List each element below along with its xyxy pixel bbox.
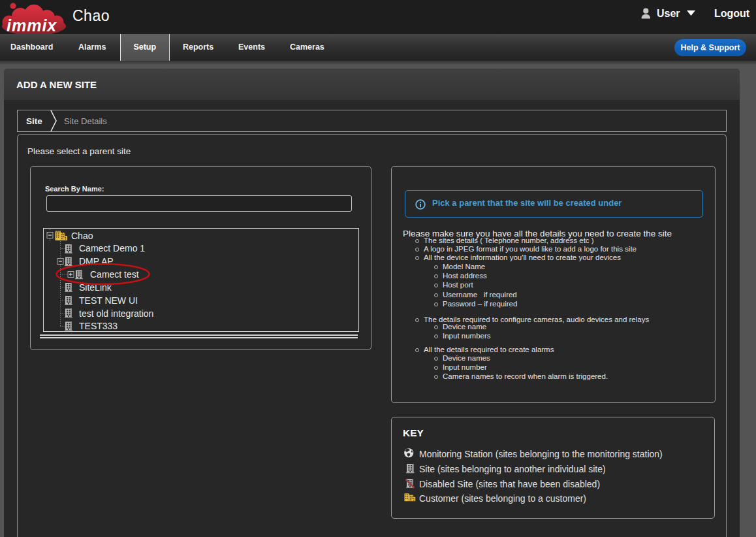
svg-text:TEST333: TEST333 [79,321,118,331]
svg-text:TEST NEW UI: TEST NEW UI [79,295,138,306]
svg-text:Chao: Chao [71,231,93,241]
svg-text:Camect Demo 1: Camect Demo 1 [79,243,145,253]
svg-text:immix: immix [7,16,57,35]
svg-text:Camect test: Camect test [90,269,139,280]
svg-text:test old integration: test old integration [79,308,153,319]
